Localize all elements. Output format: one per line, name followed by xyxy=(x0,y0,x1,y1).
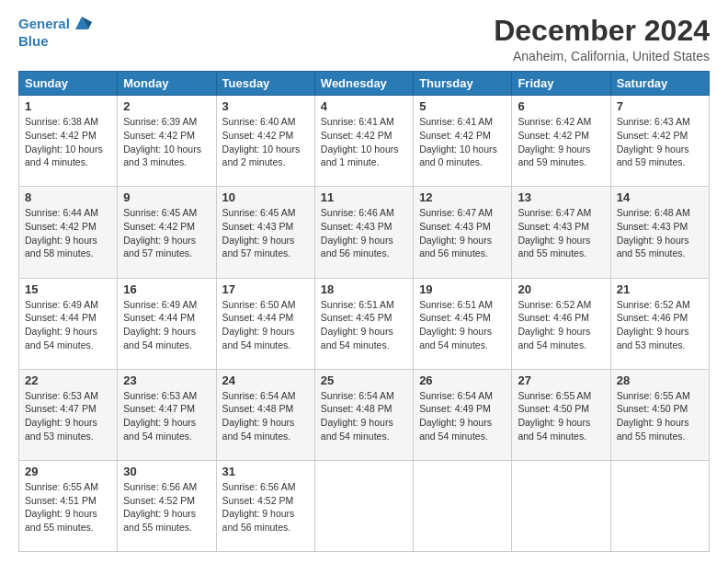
calendar-header-row: SundayMondayTuesdayWednesdayThursdayFrid… xyxy=(19,72,710,96)
day-number: 11 xyxy=(321,190,407,204)
day-number: 4 xyxy=(321,99,407,113)
cell-info: Sunrise: 6:56 AMSunset: 4:52 PMDaylight:… xyxy=(123,481,197,533)
calendar-cell: 29Sunrise: 6:55 AMSunset: 4:51 PMDayligh… xyxy=(19,460,118,551)
calendar-cell: 23Sunrise: 6:53 AMSunset: 4:47 PMDayligh… xyxy=(118,369,216,460)
calendar-cell: 13Sunrise: 6:47 AMSunset: 4:43 PMDayligh… xyxy=(512,187,610,278)
header: General Blue December 2024 Anaheim, Cali… xyxy=(18,15,710,63)
cell-info: Sunrise: 6:53 AMSunset: 4:47 PMDaylight:… xyxy=(123,390,197,442)
day-number: 20 xyxy=(518,282,604,296)
calendar-cell: 17Sunrise: 6:50 AMSunset: 4:44 PMDayligh… xyxy=(216,278,314,369)
page: General Blue December 2024 Anaheim, Cali… xyxy=(0,0,728,563)
calendar-cell: 26Sunrise: 6:54 AMSunset: 4:49 PMDayligh… xyxy=(414,369,512,460)
day-number: 8 xyxy=(25,190,111,204)
cell-info: Sunrise: 6:46 AMSunset: 4:43 PMDaylight:… xyxy=(321,207,394,259)
calendar-cell: 25Sunrise: 6:54 AMSunset: 4:48 PMDayligh… xyxy=(314,369,413,460)
cell-info: Sunrise: 6:39 AMSunset: 4:42 PMDaylight:… xyxy=(123,116,201,167)
day-number: 15 xyxy=(25,282,111,296)
day-number: 31 xyxy=(222,465,309,478)
logo-icon xyxy=(72,13,92,33)
title-block: December 2024 Anaheim, California, Unite… xyxy=(494,15,710,63)
day-number: 13 xyxy=(518,190,604,204)
cell-info: Sunrise: 6:44 AMSunset: 4:42 PMDaylight:… xyxy=(25,207,98,259)
cell-info: Sunrise: 6:49 AMSunset: 4:44 PMDaylight:… xyxy=(123,299,197,350)
column-header-saturday: Saturday xyxy=(610,72,709,96)
cell-info: Sunrise: 6:51 AMSunset: 4:45 PMDaylight:… xyxy=(419,299,493,350)
day-number: 10 xyxy=(222,190,309,204)
cell-info: Sunrise: 6:54 AMSunset: 4:48 PMDaylight:… xyxy=(321,390,394,442)
calendar-cell: 10Sunrise: 6:45 AMSunset: 4:43 PMDayligh… xyxy=(216,187,314,278)
calendar-cell: 5Sunrise: 6:41 AMSunset: 4:42 PMDaylight… xyxy=(414,96,512,187)
logo: General Blue xyxy=(18,15,92,50)
cell-info: Sunrise: 6:54 AMSunset: 4:48 PMDaylight:… xyxy=(222,390,296,442)
cell-info: Sunrise: 6:47 AMSunset: 4:43 PMDaylight:… xyxy=(518,207,591,259)
day-number: 2 xyxy=(123,99,210,113)
day-number: 29 xyxy=(25,465,111,478)
day-number: 28 xyxy=(617,373,703,387)
day-number: 5 xyxy=(419,99,506,113)
column-header-tuesday: Tuesday xyxy=(216,72,314,96)
cell-info: Sunrise: 6:51 AMSunset: 4:45 PMDaylight:… xyxy=(321,299,394,350)
calendar-cell: 22Sunrise: 6:53 AMSunset: 4:47 PMDayligh… xyxy=(19,369,118,460)
week-row-2: 8Sunrise: 6:44 AMSunset: 4:42 PMDaylight… xyxy=(19,187,710,278)
calendar-cell: 16Sunrise: 6:49 AMSunset: 4:44 PMDayligh… xyxy=(118,278,216,369)
week-row-1: 1Sunrise: 6:38 AMSunset: 4:42 PMDaylight… xyxy=(19,96,710,187)
cell-info: Sunrise: 6:48 AMSunset: 4:43 PMDaylight:… xyxy=(617,207,690,259)
cell-info: Sunrise: 6:38 AMSunset: 4:42 PMDaylight:… xyxy=(25,116,103,167)
calendar-cell: 2Sunrise: 6:39 AMSunset: 4:42 PMDaylight… xyxy=(118,96,216,187)
day-number: 24 xyxy=(222,373,309,387)
column-header-thursday: Thursday xyxy=(414,72,512,96)
calendar-cell: 18Sunrise: 6:51 AMSunset: 4:45 PMDayligh… xyxy=(314,278,413,369)
day-number: 23 xyxy=(123,373,210,387)
cell-info: Sunrise: 6:49 AMSunset: 4:44 PMDaylight:… xyxy=(25,299,98,350)
calendar-cell: 14Sunrise: 6:48 AMSunset: 4:43 PMDayligh… xyxy=(610,187,709,278)
cell-info: Sunrise: 6:41 AMSunset: 4:42 PMDaylight:… xyxy=(419,116,497,167)
calendar-cell: 20Sunrise: 6:52 AMSunset: 4:46 PMDayligh… xyxy=(512,278,610,369)
day-number: 30 xyxy=(123,465,210,478)
day-number: 26 xyxy=(419,373,506,387)
day-number: 16 xyxy=(123,282,210,296)
calendar-cell: 12Sunrise: 6:47 AMSunset: 4:43 PMDayligh… xyxy=(414,187,512,278)
cell-info: Sunrise: 6:56 AMSunset: 4:52 PMDaylight:… xyxy=(222,481,296,533)
cell-info: Sunrise: 6:53 AMSunset: 4:47 PMDaylight:… xyxy=(25,390,98,442)
calendar-cell: 3Sunrise: 6:40 AMSunset: 4:42 PMDaylight… xyxy=(216,96,314,187)
calendar-cell: 6Sunrise: 6:42 AMSunset: 4:42 PMDaylight… xyxy=(512,96,610,187)
main-title: December 2024 xyxy=(494,15,710,47)
week-row-5: 29Sunrise: 6:55 AMSunset: 4:51 PMDayligh… xyxy=(19,460,710,551)
subtitle: Anaheim, California, United States xyxy=(494,49,710,63)
day-number: 25 xyxy=(321,373,407,387)
calendar-cell: 1Sunrise: 6:38 AMSunset: 4:42 PMDaylight… xyxy=(19,96,118,187)
calendar-cell xyxy=(314,460,413,551)
day-number: 7 xyxy=(617,99,703,113)
calendar-cell: 21Sunrise: 6:52 AMSunset: 4:46 PMDayligh… xyxy=(610,278,709,369)
day-number: 9 xyxy=(123,190,210,204)
day-number: 17 xyxy=(222,282,309,296)
day-number: 18 xyxy=(321,282,407,296)
day-number: 1 xyxy=(25,99,111,113)
cell-info: Sunrise: 6:52 AMSunset: 4:46 PMDaylight:… xyxy=(518,299,591,350)
calendar-table: SundayMondayTuesdayWednesdayThursdayFrid… xyxy=(18,71,710,552)
calendar-cell: 4Sunrise: 6:41 AMSunset: 4:42 PMDaylight… xyxy=(314,96,413,187)
week-row-4: 22Sunrise: 6:53 AMSunset: 4:47 PMDayligh… xyxy=(19,369,710,460)
week-row-3: 15Sunrise: 6:49 AMSunset: 4:44 PMDayligh… xyxy=(19,278,710,369)
cell-info: Sunrise: 6:54 AMSunset: 4:49 PMDaylight:… xyxy=(419,390,493,442)
column-header-friday: Friday xyxy=(512,72,610,96)
cell-info: Sunrise: 6:55 AMSunset: 4:50 PMDaylight:… xyxy=(518,390,591,442)
calendar-cell: 8Sunrise: 6:44 AMSunset: 4:42 PMDaylight… xyxy=(19,187,118,278)
cell-info: Sunrise: 6:50 AMSunset: 4:44 PMDaylight:… xyxy=(222,299,296,350)
logo-blue-text: Blue xyxy=(18,33,49,50)
calendar-cell: 27Sunrise: 6:55 AMSunset: 4:50 PMDayligh… xyxy=(512,369,610,460)
column-header-wednesday: Wednesday xyxy=(314,72,413,96)
calendar-cell: 19Sunrise: 6:51 AMSunset: 4:45 PMDayligh… xyxy=(414,278,512,369)
day-number: 21 xyxy=(617,282,703,296)
cell-info: Sunrise: 6:42 AMSunset: 4:42 PMDaylight:… xyxy=(518,116,591,167)
day-number: 14 xyxy=(617,190,703,204)
calendar-cell: 24Sunrise: 6:54 AMSunset: 4:48 PMDayligh… xyxy=(216,369,314,460)
calendar-cell: 28Sunrise: 6:55 AMSunset: 4:50 PMDayligh… xyxy=(610,369,709,460)
calendar-cell: 31Sunrise: 6:56 AMSunset: 4:52 PMDayligh… xyxy=(216,460,314,551)
cell-info: Sunrise: 6:55 AMSunset: 4:50 PMDaylight:… xyxy=(617,390,690,442)
column-header-monday: Monday xyxy=(118,72,216,96)
day-number: 19 xyxy=(419,282,506,296)
calendar-cell: 7Sunrise: 6:43 AMSunset: 4:42 PMDaylight… xyxy=(610,96,709,187)
day-number: 6 xyxy=(518,99,604,113)
calendar-cell: 30Sunrise: 6:56 AMSunset: 4:52 PMDayligh… xyxy=(118,460,216,551)
